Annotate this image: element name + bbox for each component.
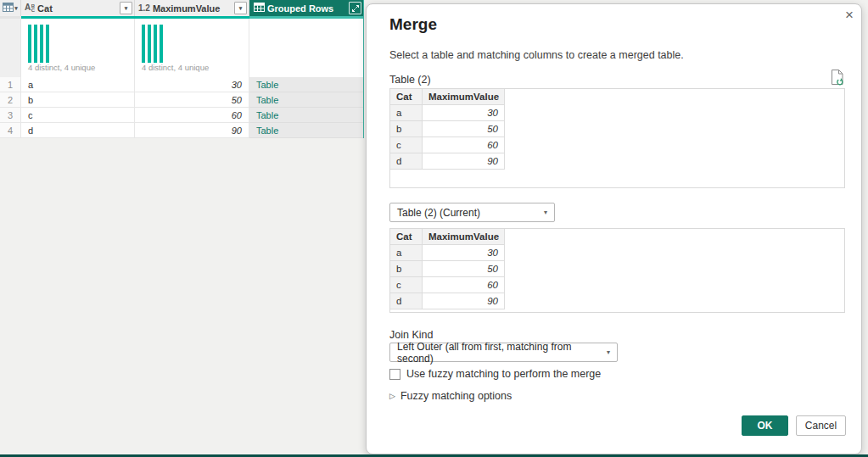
column-header-maximumvalue[interactable]: MaximumValue <box>423 89 505 105</box>
cell-maximumvalue[interactable]: 50 <box>135 92 249 108</box>
column-header-cat[interactable]: Cat <box>390 89 423 105</box>
chevron-down-icon: ▾ <box>544 209 547 216</box>
profile-maximumvalue: 4 distinct, 4 unique <box>135 19 249 77</box>
cell-cat: a <box>390 105 423 121</box>
join-kind-label: Join Kind <box>389 329 433 341</box>
cell-value: 60 <box>423 277 505 293</box>
filter-dropdown-button[interactable]: ▾ <box>120 2 132 14</box>
column-header-label: Cat <box>35 3 120 14</box>
cell-cat[interactable]: b <box>21 92 135 108</box>
profile-summary: 4 distinct, 4 unique <box>142 63 209 72</box>
text-type-icon: A B C <box>25 3 35 13</box>
profile-gutter <box>0 19 21 77</box>
cell-value: 90 <box>423 293 505 309</box>
cell-value: 90 <box>423 153 505 170</box>
value-distribution-chart <box>28 25 49 63</box>
table-row: c 60 <box>390 277 505 293</box>
cell-value: 30 <box>423 105 505 121</box>
table-row: d 90 <box>390 293 505 309</box>
cell-value: 30 <box>423 245 505 261</box>
column-header-label: MaximumValue <box>150 3 234 14</box>
cell-value: 50 <box>423 121 505 137</box>
fuzzy-matching-checkbox-row: Use fuzzy matching to perform the merge <box>389 368 601 380</box>
refresh-preview-icon[interactable] <box>831 69 844 89</box>
cell-value: 50 <box>423 261 505 277</box>
fuzzy-options-disclosure[interactable]: ▷ Fuzzy matching options <box>389 390 512 402</box>
profile-summary: 4 distinct, 4 unique <box>28 63 95 72</box>
chevron-down-icon: ▾ <box>14 5 18 12</box>
cell-maximumvalue[interactable]: 60 <box>135 108 249 123</box>
column-header-grouped-rows[interactable]: Grouped Rows <box>249 0 364 16</box>
query-preview-grid: ▾ A B C Cat ▾ 1.2 MaximumValue ▾ Grouped <box>0 0 364 138</box>
table-selector-dropdown[interactable]: Table (2) (Current) ▾ <box>389 203 555 222</box>
table-icon <box>3 3 14 14</box>
cell-cat: b <box>390 121 423 137</box>
merge-table1-preview: Cat MaximumValue a 30 b 50 c 60 d 90 <box>389 88 845 188</box>
expand-icon <box>351 4 360 13</box>
merge-table2-preview: Cat MaximumValue a 30 b 50 c 60 d 90 <box>389 228 845 313</box>
expand-column-button[interactable] <box>349 2 361 14</box>
dialog-subtitle: Select a table and matching columns to c… <box>389 49 684 61</box>
table-row: a 30 <box>390 105 505 121</box>
ok-button[interactable]: OK <box>742 415 788 436</box>
table-row: 2 b 50 Table <box>0 92 364 108</box>
cell-cat: a <box>390 245 423 261</box>
chevron-down-icon: ▾ <box>607 348 610 356</box>
value-distribution-chart <box>142 25 163 63</box>
column-header-maximumvalue[interactable]: MaximumValue <box>423 229 505 245</box>
table-row: 1 a 30 Table <box>0 77 364 92</box>
cell-cat: c <box>390 137 423 153</box>
row-number: 1 <box>0 77 21 92</box>
cell-cat[interactable]: a <box>21 77 135 92</box>
cell-table-link[interactable]: Table <box>249 108 364 123</box>
fuzzy-matching-checkbox-label: Use fuzzy matching to perform the merge <box>406 368 601 380</box>
table-row: 3 c 60 Table <box>0 108 364 123</box>
cell-value: 60 <box>423 137 505 153</box>
cell-maximumvalue[interactable]: 90 <box>135 123 249 138</box>
disclosure-triangle-icon: ▷ <box>389 392 395 400</box>
cell-cat: d <box>390 293 423 309</box>
cell-cat[interactable]: c <box>21 108 135 123</box>
close-icon[interactable]: × <box>845 7 854 24</box>
row-number: 2 <box>0 92 21 108</box>
filter-dropdown-button[interactable]: ▾ <box>234 2 247 14</box>
table-selector-value: Table (2) (Current) <box>397 207 480 219</box>
cell-cat: d <box>390 153 423 170</box>
merge-dialog: × Merge Select a table and matching colu… <box>366 3 862 454</box>
table-row: c 60 <box>390 137 505 153</box>
profile-cat: 4 distinct, 4 unique <box>21 19 135 77</box>
cancel-button[interactable]: Cancel <box>796 415 846 436</box>
number-type-icon: 1.2 <box>138 3 150 13</box>
dialog-title: Merge <box>389 15 437 34</box>
column-header-label: Grouped Rows <box>265 3 349 14</box>
cell-cat: b <box>390 261 423 277</box>
cell-maximumvalue[interactable]: 30 <box>135 77 249 92</box>
row-number: 4 <box>0 123 21 138</box>
table-header-row: Cat MaximumValue <box>390 89 505 105</box>
profile-grouped-rows <box>249 19 364 77</box>
table-row: a 30 <box>390 245 505 261</box>
table-row: d 90 <box>390 153 505 170</box>
row-number: 3 <box>0 108 21 123</box>
column-header-cat[interactable]: A B C Cat ▾ <box>21 0 135 16</box>
join-kind-value: Left Outer (all from first, matching fro… <box>397 341 607 365</box>
join-kind-dropdown[interactable]: Left Outer (all from first, matching fro… <box>389 343 618 362</box>
cell-table-link[interactable]: Table <box>249 123 364 138</box>
table-corner-button[interactable]: ▾ <box>0 0 21 16</box>
cell-cat: c <box>390 277 423 293</box>
column-header-maximumvalue[interactable]: 1.2 MaximumValue ▾ <box>135 0 249 16</box>
column-header-cat[interactable]: Cat <box>390 229 423 245</box>
table-row: b 50 <box>390 261 505 277</box>
table-row: 4 d 90 Table <box>0 123 364 138</box>
table-header-row: Cat MaximumValue <box>390 229 505 245</box>
selected-column-border <box>363 0 364 138</box>
table-type-icon <box>254 3 265 14</box>
fuzzy-matching-checkbox[interactable] <box>389 369 400 380</box>
cell-cat[interactable]: d <box>21 123 135 138</box>
table-row: b 50 <box>390 121 505 137</box>
cell-table-link[interactable]: Table <box>249 92 364 108</box>
cell-table-link[interactable]: Table <box>249 77 364 92</box>
fuzzy-options-label: Fuzzy matching options <box>400 390 512 402</box>
table1-label: Table (2) <box>389 74 431 86</box>
